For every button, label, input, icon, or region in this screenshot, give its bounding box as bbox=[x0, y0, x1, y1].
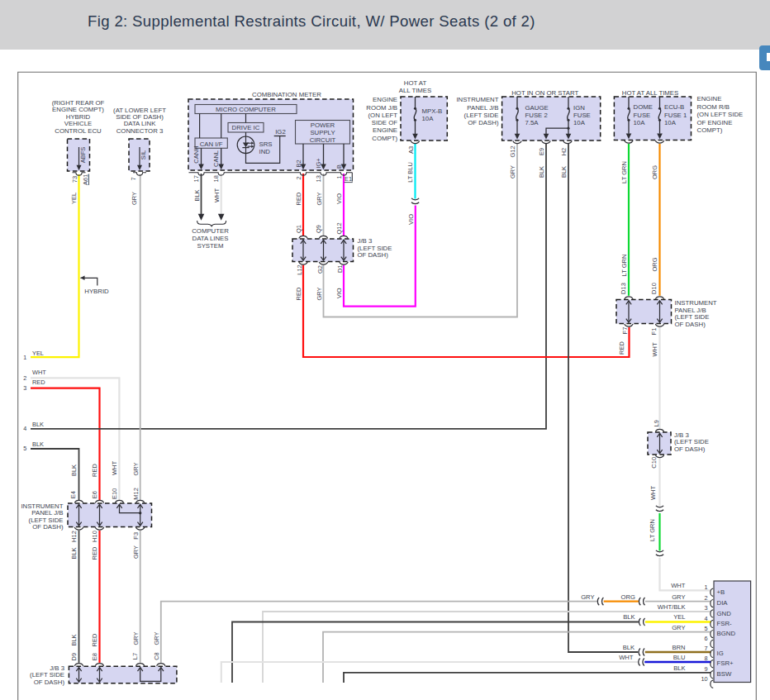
svg-text:D10: D10 bbox=[650, 283, 658, 294]
svg-text:ABFS: ABFS bbox=[79, 147, 87, 164]
svg-text:MICRO COMPUTER: MICRO COMPUTER bbox=[216, 106, 276, 113]
svg-text:YEL: YEL bbox=[70, 193, 78, 204]
svg-text:FUSE: FUSE bbox=[634, 112, 651, 119]
svg-text:5: 5 bbox=[23, 445, 26, 452]
svg-text:CONNECTOR 3: CONNECTOR 3 bbox=[116, 127, 164, 135]
svg-text:CAN I/F: CAN I/F bbox=[200, 140, 223, 148]
svg-text:IND: IND bbox=[259, 148, 271, 155]
svg-text:ENGINE: ENGINE bbox=[697, 95, 722, 102]
svg-text:F7: F7 bbox=[621, 327, 629, 335]
svg-text:(ON LEFT: (ON LEFT bbox=[368, 112, 397, 119]
svg-text:3: 3 bbox=[704, 604, 707, 612]
svg-text:LT GRN: LT GRN bbox=[649, 519, 656, 541]
svg-text:WHT: WHT bbox=[649, 486, 657, 500]
svg-text:BLK: BLK bbox=[70, 634, 78, 645]
svg-text:RED: RED bbox=[295, 192, 302, 205]
svg-text:COMBINATION METER: COMBINATION METER bbox=[252, 91, 321, 98]
svg-text:SYSTEM: SYSTEM bbox=[197, 242, 223, 250]
svg-text:DRIVE IC: DRIVE IC bbox=[232, 124, 260, 131]
svg-text:13: 13 bbox=[315, 175, 322, 182]
svg-text:MPX-B: MPX-B bbox=[422, 107, 443, 115]
svg-text:BLK: BLK bbox=[623, 613, 635, 621]
svg-text:HOT AT ALL TIMES: HOT AT ALL TIMES bbox=[622, 89, 678, 97]
svg-text:GRY: GRY bbox=[672, 593, 685, 601]
svg-text:E1: E1 bbox=[345, 175, 352, 183]
svg-text:GRY: GRY bbox=[132, 545, 140, 559]
svg-text:GRY: GRY bbox=[581, 593, 594, 601]
svg-text:WHT: WHT bbox=[32, 369, 46, 376]
svg-text:E10: E10 bbox=[111, 488, 118, 499]
svg-text:HYBRID: HYBRID bbox=[84, 288, 109, 295]
svg-text:+B: +B bbox=[717, 588, 725, 596]
svg-text:OF ENGINE: OF ENGINE bbox=[697, 119, 733, 126]
svg-text:RED: RED bbox=[618, 341, 625, 355]
svg-text:BLK: BLK bbox=[673, 664, 685, 672]
svg-text:OF DASH): OF DASH) bbox=[675, 321, 706, 328]
svg-text:A3: A3 bbox=[407, 146, 415, 154]
svg-text:OF DASH): OF DASH) bbox=[32, 523, 64, 531]
svg-text:FSR-: FSR- bbox=[717, 620, 733, 627]
svg-text:7.5A: 7.5A bbox=[525, 119, 539, 126]
svg-text:INSTRUMENT: INSTRUMENT bbox=[456, 96, 498, 103]
svg-text:73: 73 bbox=[71, 176, 78, 183]
svg-text:YEL: YEL bbox=[673, 613, 685, 621]
svg-text:VIO: VIO bbox=[407, 214, 415, 225]
svg-text:GRY: GRY bbox=[672, 624, 685, 631]
svg-text:FUSE 2: FUSE 2 bbox=[525, 112, 548, 119]
svg-text:WHT/BLK: WHT/BLK bbox=[658, 603, 686, 611]
svg-text:ORG: ORG bbox=[651, 257, 658, 271]
svg-text:1: 1 bbox=[704, 583, 707, 591]
svg-text:FSR+: FSR+ bbox=[717, 660, 734, 667]
svg-text:ORG: ORG bbox=[621, 593, 635, 601]
svg-text:BLK: BLK bbox=[560, 166, 568, 178]
svg-text:10A: 10A bbox=[634, 119, 646, 126]
svg-text:BLK: BLK bbox=[32, 440, 44, 448]
svg-text:RED: RED bbox=[91, 546, 98, 560]
svg-text:GRY: GRY bbox=[153, 631, 160, 645]
svg-text:7: 7 bbox=[704, 645, 707, 652]
svg-text:BLK: BLK bbox=[70, 464, 78, 476]
svg-text:B2: B2 bbox=[295, 160, 302, 167]
svg-text:D13: D13 bbox=[620, 283, 627, 294]
svg-text:3: 3 bbox=[23, 384, 26, 392]
svg-text:8: 8 bbox=[704, 655, 707, 662]
svg-text:CANL: CANL bbox=[212, 150, 220, 167]
svg-text:M12: M12 bbox=[132, 488, 140, 500]
svg-text:A61: A61 bbox=[82, 174, 89, 185]
svg-text:L9: L9 bbox=[653, 420, 660, 426]
svg-text:B: B bbox=[335, 164, 343, 169]
svg-text:BSW: BSW bbox=[717, 670, 732, 678]
svg-text:10A: 10A bbox=[573, 119, 586, 126]
svg-text:10: 10 bbox=[701, 675, 707, 683]
svg-text:H12: H12 bbox=[70, 531, 78, 542]
svg-text:COMPT): COMPT) bbox=[372, 135, 397, 142]
svg-text:F1: F1 bbox=[650, 328, 658, 336]
svg-text:GRY: GRY bbox=[132, 631, 140, 645]
svg-text:IGN: IGN bbox=[573, 104, 585, 112]
svg-text:LT GRN: LT GRN bbox=[620, 161, 628, 183]
svg-text:H2: H2 bbox=[560, 148, 568, 156]
svg-text:RED: RED bbox=[295, 287, 302, 300]
svg-text:BLK: BLK bbox=[623, 644, 635, 651]
svg-text:LT BLU: LT BLU bbox=[406, 162, 414, 183]
svg-text:RED: RED bbox=[32, 379, 45, 386]
svg-text:18: 18 bbox=[212, 175, 220, 182]
svg-text:FUSE: FUSE bbox=[573, 112, 591, 119]
svg-text:D9: D9 bbox=[70, 653, 78, 661]
svg-text:WHT: WHT bbox=[651, 342, 658, 356]
svg-text:LT GRN: LT GRN bbox=[620, 255, 628, 277]
svg-text:7: 7 bbox=[130, 177, 137, 180]
svg-text:1: 1 bbox=[335, 175, 343, 179]
svg-text:G12: G12 bbox=[509, 145, 516, 157]
svg-text:6: 6 bbox=[704, 635, 707, 642]
svg-text:POWER: POWER bbox=[311, 121, 335, 129]
svg-text:ALL TIMES: ALL TIMES bbox=[399, 87, 431, 94]
svg-text:ROOM R/B: ROOM R/B bbox=[697, 103, 730, 111]
svg-text:HOT AT: HOT AT bbox=[404, 79, 427, 87]
svg-text:9: 9 bbox=[704, 665, 707, 673]
svg-text:GRY: GRY bbox=[316, 287, 323, 300]
svg-text:D1: D1 bbox=[336, 265, 344, 274]
svg-text:OF DASH): OF DASH) bbox=[674, 445, 706, 453]
svg-text:OF DASH): OF DASH) bbox=[358, 251, 389, 259]
svg-text:CIRCUIT: CIRCUIT bbox=[310, 136, 336, 144]
